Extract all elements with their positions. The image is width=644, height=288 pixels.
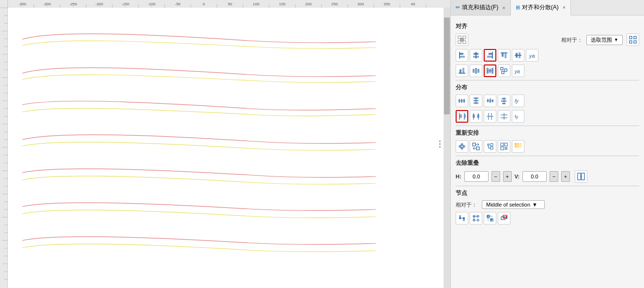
svg-text:fy: fy <box>515 98 519 104</box>
svg-rect-106 <box>475 68 477 74</box>
svg-text:fy: fy <box>515 114 519 119</box>
tab-align[interactable]: ⊞ 对齐和分散(A) × <box>511 0 571 16</box>
svg-text:ya: ya <box>514 69 520 74</box>
h-input[interactable] <box>464 171 489 182</box>
svg-rect-156 <box>473 143 475 146</box>
svg-point-195 <box>506 218 507 219</box>
svg-rect-166 <box>517 143 519 145</box>
tab-fill-stroke[interactable]: ✏ 填充和描边(F) × <box>451 0 511 15</box>
svg-rect-127 <box>492 99 493 102</box>
divider2 <box>456 126 639 126</box>
align-col-button[interactable] <box>470 64 482 77</box>
tab-align-label: 对齐和分散(A) <box>522 3 559 12</box>
svg-rect-90 <box>474 53 478 55</box>
ruler-top: -350 -300 -250 -200 -150 -100 -50 0 50 1… <box>8 0 450 8</box>
svg-rect-129 <box>502 98 506 99</box>
svg-text:-150: -150 <box>122 2 130 6</box>
reference-point-button[interactable] <box>456 33 468 46</box>
dist-right-button[interactable] <box>470 110 482 123</box>
canvas-area: -350 -300 -250 -200 -150 -100 -50 0 50 1… <box>0 0 450 288</box>
svg-rect-103 <box>460 69 461 73</box>
svg-text:100: 100 <box>253 2 260 6</box>
align-top-button[interactable] <box>498 49 510 62</box>
align-right-button[interactable] <box>484 49 496 62</box>
svg-rect-88 <box>460 56 465 58</box>
distribute-row2: fy <box>456 110 639 123</box>
rearrange-rows-button[interactable] <box>498 140 510 153</box>
scrollbar-right[interactable] <box>444 8 450 288</box>
dist-extra2-button[interactable]: fy <box>512 110 524 123</box>
right-panel: ✏ 填充和描边(F) × ⊞ 对齐和分散(A) × 对齐 <box>450 0 644 288</box>
align-center-v-button[interactable] <box>512 49 524 62</box>
node-relative-value: Middle of selection <box>486 202 530 208</box>
node-align-h-button[interactable] <box>470 212 482 224</box>
rearrange-rotate-button[interactable] <box>484 140 496 153</box>
align-extra-button[interactable] <box>627 33 639 46</box>
svg-text:-300: -300 <box>43 2 51 6</box>
dist-gap-h-button[interactable] <box>484 110 496 123</box>
dist-center-h-button[interactable] <box>484 95 496 107</box>
svg-rect-119 <box>463 99 465 103</box>
svg-rect-121 <box>474 97 478 99</box>
v-plus-button[interactable]: + <box>561 171 570 182</box>
rearrange-grid-button[interactable] <box>512 140 524 153</box>
rearrange-exchange-button[interactable] <box>470 140 482 153</box>
align-header-row: 相对于： 选取范围 ▼ <box>456 33 639 46</box>
svg-rect-76 <box>8 8 450 288</box>
node-intersect-button[interactable] <box>498 212 510 224</box>
v-minus-button[interactable]: − <box>550 171 558 182</box>
svg-rect-126 <box>490 98 491 103</box>
svg-rect-172 <box>582 173 584 180</box>
relative-to-dropdown[interactable]: 选取范围 ▼ <box>586 35 623 45</box>
dist-extra-button[interactable]: fy <box>512 95 524 107</box>
dist-left-button[interactable] <box>456 110 468 123</box>
svg-rect-113 <box>505 69 507 71</box>
svg-rect-159 <box>491 144 493 146</box>
svg-text:0: 0 <box>203 2 205 6</box>
divider1 <box>456 80 639 80</box>
rearrange-section-title: 重新安排 <box>456 129 639 137</box>
node-dropdown-arrow: ▼ <box>532 202 537 208</box>
drag-dot <box>439 141 441 142</box>
divider4 <box>456 186 639 186</box>
align-left-button[interactable] <box>456 49 468 62</box>
svg-text:-250: -250 <box>69 2 77 6</box>
node-relative-dropdown[interactable]: Middle of selection ▼ <box>482 200 545 209</box>
align-extra2-button[interactable]: ya <box>512 64 524 77</box>
svg-rect-85 <box>634 41 636 43</box>
svg-rect-165 <box>515 143 517 145</box>
svg-rect-93 <box>489 53 492 55</box>
dist-eq-h-button[interactable] <box>456 95 468 107</box>
svg-text:150: 150 <box>279 2 286 6</box>
panel-drag-handle[interactable] <box>439 141 441 148</box>
node-snap-button[interactable] <box>484 212 496 224</box>
tab-fill-close[interactable]: × <box>502 5 505 11</box>
align-center-h-button[interactable] <box>470 49 482 62</box>
node-connect-button[interactable] <box>456 212 468 224</box>
align-text-button[interactable]: ya <box>526 49 538 62</box>
divider3 <box>456 156 639 156</box>
dist-gap-v-button[interactable] <box>498 110 510 123</box>
relative-to-value: 选取范围 <box>591 36 612 44</box>
remove-overlap-apply-button[interactable] <box>575 170 587 183</box>
dist-center-v-button[interactable] <box>498 95 510 107</box>
svg-rect-117 <box>459 99 460 103</box>
align-bottom-button[interactable] <box>456 64 468 77</box>
svg-rect-123 <box>474 102 478 104</box>
svg-text:350: 350 <box>383 2 390 6</box>
ruler-left <box>0 0 8 288</box>
dist-eq-v-button[interactable] <box>470 95 482 107</box>
v-input[interactable] <box>522 171 547 182</box>
svg-rect-139 <box>473 114 475 118</box>
svg-point-189 <box>488 216 489 217</box>
distribute-row-button[interactable] <box>484 64 496 77</box>
svg-point-177 <box>460 216 461 217</box>
scrollbar-thumb[interactable] <box>444 17 450 114</box>
h-plus-button[interactable]: + <box>503 171 512 182</box>
h-minus-button[interactable]: − <box>491 171 500 182</box>
svg-rect-167 <box>520 143 521 145</box>
tab-align-close[interactable]: × <box>563 4 566 10</box>
svg-rect-160 <box>491 147 493 149</box>
rearrange-nodes-button[interactable] <box>456 140 468 153</box>
align-snap-button[interactable] <box>498 64 510 77</box>
